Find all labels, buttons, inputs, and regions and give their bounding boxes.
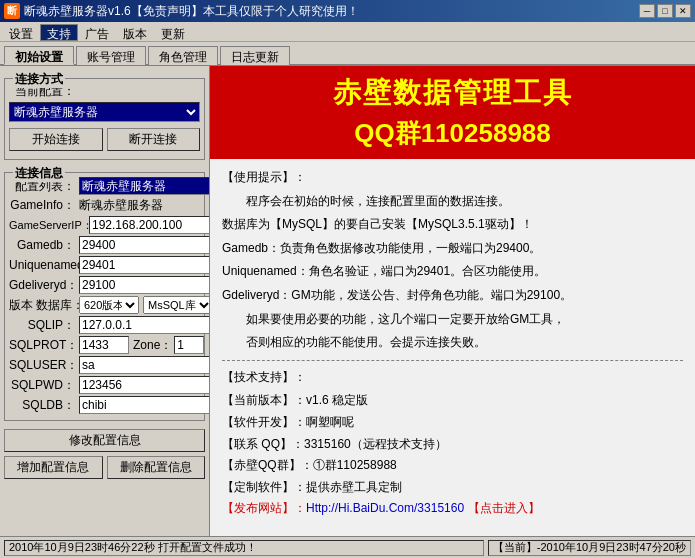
gameinfo-row: GameInfo： 断魂赤壁服务器 — [9, 197, 200, 214]
main-content: 连接方式 当前配置： 断魂赤壁服务器 开始连接 断开连接 连接信息 配置列表： — [0, 66, 695, 536]
tab-account-mgmt[interactable]: 账号管理 — [76, 46, 146, 65]
menu-ads[interactable]: 广告 — [78, 24, 116, 41]
website-link[interactable]: Http://Hi.BaiDu.Com/3315160 — [306, 498, 464, 520]
tech-label-2: 【联系 QQ】： — [222, 434, 304, 456]
app-icon: 断 — [4, 3, 20, 19]
usage-line-5: 如果要使用必要的功能，这几个端口一定要开放给GM工具， — [222, 309, 683, 331]
sqlport-row: SQLPROT： Zone： — [9, 336, 200, 354]
version-label: 版本 数据库： — [9, 297, 79, 314]
tab-initial-setup[interactable]: 初始设置 — [4, 46, 74, 65]
config-list-input[interactable] — [79, 177, 210, 195]
gameinfo-value: 断魂赤壁服务器 — [79, 197, 163, 214]
status-right: 【当前】-2010年10月9日23时47分20秒 — [488, 540, 691, 556]
sqluser-label: SQLUSER： — [9, 357, 79, 374]
usage-line-1: 数据库为【MySQL】的要自己安装【MySQL3.5.1驱动】！ — [222, 214, 683, 236]
right-panel: 赤壁数据管理工具 QQ群110258988 【使用提示】： 程序会在初始的时候，… — [210, 66, 695, 536]
window-title: 断魂赤壁服务器v1.6【免责声明】本工具仅限于个人研究使用！ — [24, 3, 639, 20]
tech-label-3: 【赤壁QQ群】： — [222, 455, 313, 477]
gameserver-input[interactable] — [89, 216, 210, 234]
tech-row-2: 【联系 QQ】： 3315160（远程技术支持） — [222, 434, 683, 456]
tab-log-update[interactable]: 日志更新 — [220, 46, 290, 65]
menu-update[interactable]: 更新 — [154, 24, 192, 41]
divider — [222, 360, 683, 361]
gdeliveryd-row: Gdeliveryd： — [9, 276, 200, 294]
sqldb-label: SQLDB： — [9, 397, 79, 414]
menu-settings[interactable]: 设置 — [2, 24, 40, 41]
tech-row-3: 【赤壁QQ群】： ①群110258988 — [222, 455, 683, 477]
sqlpwd-row: SQLPWD： — [9, 376, 200, 394]
uniquenamed-input[interactable] — [79, 256, 210, 274]
status-bar: 2010年10月9日23时46分22秒 打开配置文件成功！ 【当前】-2010年… — [0, 536, 695, 558]
tech-title: 【技术支持】： — [222, 367, 683, 389]
uniquenamed-row: Uniquenamed： — [9, 256, 200, 274]
bottom-buttons: 修改配置信息 增加配置信息 删除配置信息 — [4, 429, 205, 479]
tech-val-1: 啊塑啊呢 — [306, 412, 354, 434]
usage-line-4: Gdeliveryd：GM功能，发送公告、封停角色功能。端口为29100。 — [222, 285, 683, 307]
connect-buttons: 开始连接 断开连接 — [9, 128, 200, 151]
add-delete-buttons: 增加配置信息 删除配置信息 — [4, 456, 205, 479]
status-right-text: 【当前】-2010年10月9日23时47分20秒 — [493, 540, 686, 555]
right-header: 赤壁数据管理工具 QQ群110258988 — [210, 66, 695, 159]
sqldb-input[interactable] — [79, 396, 210, 414]
db-type-select[interactable]: MsSQL库 — [143, 296, 210, 314]
usage-line-6: 否则相应的功能不能使用。会提示连接失败。 — [222, 332, 683, 354]
tech-val-3: ①群110258988 — [313, 455, 397, 477]
gamedb-row: Gamedb： — [9, 236, 200, 254]
sqlip-label: SQLIP： — [9, 317, 79, 334]
gdeliveryd-label: Gdeliveryd： — [9, 277, 79, 294]
gamedb-input[interactable] — [79, 236, 210, 254]
minimize-button[interactable]: ─ — [639, 4, 655, 18]
tech-label-4: 【定制软件】： — [222, 477, 306, 499]
website-label: 【发布网站】： — [222, 498, 306, 520]
sqluser-row: SQLUSER： — [9, 356, 200, 374]
sqlport-input[interactable] — [79, 336, 129, 354]
tab-role-mgmt[interactable]: 角色管理 — [148, 46, 218, 65]
zone-input[interactable] — [174, 336, 204, 354]
website-suffix[interactable]: 【点击进入】 — [468, 498, 540, 520]
tech-row-1: 【软件开发】： 啊塑啊呢 — [222, 412, 683, 434]
gameinfo-label: GameInfo： — [9, 197, 79, 214]
stop-connect-button[interactable]: 断开连接 — [107, 128, 201, 151]
tech-label-1: 【软件开发】： — [222, 412, 306, 434]
gdeliveryd-input[interactable] — [79, 276, 210, 294]
info-group: 连接信息 配置列表： GameInfo： 断魂赤壁服务器 GameServerI… — [4, 172, 205, 421]
close-button[interactable]: ✕ — [675, 4, 691, 18]
title-bar: 断 断魂赤壁服务器v1.6【免责声明】本工具仅限于个人研究使用！ ─ □ ✕ — [0, 0, 695, 22]
left-panel: 连接方式 当前配置： 断魂赤壁服务器 开始连接 断开连接 连接信息 配置列表： — [0, 66, 210, 536]
modify-config-button[interactable]: 修改配置信息 — [4, 429, 205, 452]
gamedb-label: Gamedb： — [9, 237, 79, 254]
sqldb-row: SQLDB： — [9, 396, 200, 414]
zone-label: Zone： — [133, 337, 172, 354]
usage-line-3: Uniquenamed：角色名验证，端口为29401。合区功能使用。 — [222, 261, 683, 283]
menu-support[interactable]: 支持 — [40, 24, 78, 41]
header-qq: QQ群110258988 — [222, 116, 683, 151]
menu-bar: 设置 支持 广告 版本 更新 — [0, 22, 695, 42]
tech-row-0: 【当前版本】： v1.6 稳定版 — [222, 390, 683, 412]
delete-config-button[interactable]: 删除配置信息 — [107, 456, 206, 479]
sqlport-label: SQLPROT： — [9, 337, 79, 354]
header-title: 赤壁数据管理工具 — [222, 74, 683, 112]
tech-support: 【技术支持】： 【当前版本】： v1.6 稳定版 【软件开发】： 啊塑啊呢 【联… — [222, 367, 683, 520]
tech-val-4: 提供赤壁工具定制 — [306, 477, 402, 499]
version-select[interactable]: 620版本 — [79, 296, 139, 314]
sqlpwd-input[interactable] — [79, 376, 210, 394]
maximize-button[interactable]: □ — [657, 4, 673, 18]
sqlip-input[interactable] — [79, 316, 210, 334]
config-select[interactable]: 断魂赤壁服务器 — [9, 102, 200, 122]
add-config-button[interactable]: 增加配置信息 — [4, 456, 103, 479]
tab-bar: 初始设置 账号管理 角色管理 日志更新 — [0, 42, 695, 66]
window-controls: ─ □ ✕ — [639, 4, 691, 18]
menu-version[interactable]: 版本 — [116, 24, 154, 41]
start-connect-button[interactable]: 开始连接 — [9, 128, 103, 151]
info-group-title: 连接信息 — [13, 165, 65, 182]
sqlpwd-label: SQLPWD： — [9, 377, 79, 394]
status-left-text: 2010年10月9日23时46分22秒 打开配置文件成功！ — [9, 540, 257, 555]
sqluser-input[interactable] — [79, 356, 210, 374]
status-left: 2010年10月9日23时46分22秒 打开配置文件成功！ — [4, 540, 484, 556]
sqlip-row: SQLIP： — [9, 316, 200, 334]
gameserver-label: GameServerIP： — [9, 218, 89, 233]
right-body: 【使用提示】： 程序会在初始的时候，连接配置里面的数据连接。 数据库为【MySQ… — [210, 159, 695, 536]
config-select-row: 断魂赤壁服务器 — [9, 102, 200, 122]
tech-label-0: 【当前版本】： — [222, 390, 306, 412]
usage-line-2: Gamedb：负责角色数据修改功能使用，一般端口为29400。 — [222, 238, 683, 260]
